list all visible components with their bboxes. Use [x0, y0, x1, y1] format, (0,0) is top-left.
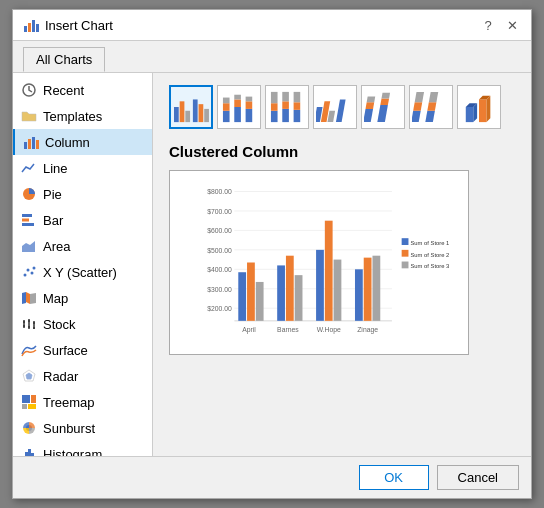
sidebar-item-histogram[interactable]: Histogram — [13, 441, 152, 456]
title-bar-left: Insert Chart — [23, 17, 113, 33]
svg-rect-88 — [380, 99, 389, 106]
svg-rect-32 — [28, 404, 36, 409]
svg-rect-63 — [223, 103, 230, 111]
svg-rect-122 — [295, 275, 303, 321]
svg-marker-13 — [22, 241, 35, 252]
sidebar-item-stock[interactable]: Stock — [13, 311, 152, 337]
chart-preview-svg: $800.00 $700.00 $600.00 $500.00 $400.00 … — [178, 179, 460, 346]
clock-icon — [21, 82, 37, 98]
svg-rect-137 — [402, 262, 409, 269]
sidebar-item-map[interactable]: Map — [13, 285, 152, 311]
svg-rect-58 — [185, 111, 190, 122]
help-button[interactable]: ? — [479, 16, 497, 34]
sunburst-chart-icon — [21, 420, 37, 436]
svg-rect-30 — [31, 395, 36, 403]
subtype-100pct-stacked-column[interactable] — [265, 85, 309, 129]
svg-text:$200.00: $200.00 — [207, 305, 232, 312]
svg-rect-29 — [22, 395, 30, 403]
svg-rect-128 — [372, 256, 380, 321]
svg-text:Sum of Store 2: Sum of Store 2 — [410, 252, 449, 258]
svg-text:$400.00: $400.00 — [207, 266, 232, 273]
tab-all-charts[interactable]: All Charts — [23, 47, 105, 72]
svg-rect-94 — [427, 102, 436, 111]
svg-rect-85 — [366, 102, 375, 109]
svg-rect-3 — [36, 24, 39, 32]
stock-chart-icon — [21, 316, 37, 332]
sidebar-item-bar[interactable]: Bar — [13, 207, 152, 233]
svg-rect-95 — [429, 92, 438, 102]
close-button[interactable]: ✕ — [503, 16, 521, 34]
svg-text:$700.00: $700.00 — [207, 208, 232, 215]
sidebar-item-xy-scatter[interactable]: X Y (Scatter) — [13, 259, 152, 285]
svg-rect-7 — [32, 137, 35, 149]
svg-rect-75 — [282, 101, 289, 109]
sidebar: Recent Templates Co — [13, 73, 153, 456]
svg-rect-10 — [22, 214, 32, 217]
svg-rect-8 — [36, 140, 39, 149]
sidebar-label-surface: Surface — [43, 343, 88, 358]
svg-rect-89 — [382, 93, 391, 99]
sidebar-item-pie[interactable]: Pie — [13, 181, 152, 207]
pie-chart-icon — [21, 186, 37, 202]
svg-rect-127 — [364, 258, 372, 321]
svg-marker-28 — [26, 373, 32, 379]
svg-text:$800.00: $800.00 — [207, 188, 232, 195]
subtype-3d-100pct-stacked[interactable] — [409, 85, 453, 129]
sidebar-item-area[interactable]: Area — [13, 233, 152, 259]
svg-rect-0 — [24, 26, 27, 32]
bar-chart-icon — [21, 212, 37, 228]
svg-rect-74 — [282, 109, 289, 122]
svg-rect-11 — [22, 219, 29, 222]
subtype-3d-column[interactable] — [457, 85, 501, 129]
sidebar-item-treemap[interactable]: Treemap — [13, 389, 152, 415]
sidebar-label-column: Column — [45, 135, 90, 150]
subtype-clustered-column[interactable] — [169, 85, 213, 129]
svg-rect-60 — [199, 104, 204, 122]
svg-text:$300.00: $300.00 — [207, 286, 232, 293]
chart-preview-title: Clustered Column — [169, 143, 515, 160]
svg-rect-124 — [325, 221, 333, 321]
insert-chart-dialog: Insert Chart ? ✕ All Charts Recent — [12, 9, 532, 499]
sidebar-item-line[interactable]: Line — [13, 155, 152, 181]
sidebar-label-map: Map — [43, 291, 68, 306]
sidebar-label-recent: Recent — [43, 83, 84, 98]
svg-rect-73 — [271, 92, 278, 103]
svg-rect-125 — [334, 260, 342, 321]
cancel-button[interactable]: Cancel — [437, 465, 519, 490]
svg-rect-83 — [336, 99, 346, 122]
svg-rect-5 — [24, 142, 27, 149]
svg-rect-1 — [28, 23, 31, 32]
scatter-chart-icon — [21, 264, 37, 280]
sidebar-item-column[interactable]: Column — [13, 129, 152, 155]
svg-rect-69 — [246, 101, 253, 109]
subtype-3d-clustered-column[interactable] — [313, 85, 357, 129]
svg-text:April: April — [242, 326, 256, 334]
chart-subtypes-row — [169, 85, 515, 129]
subtype-stacked-column[interactable] — [217, 85, 261, 129]
sidebar-item-radar[interactable]: Radar — [13, 363, 152, 389]
ok-button[interactable]: OK — [359, 465, 429, 490]
svg-rect-6 — [28, 139, 31, 149]
dialog-footer: OK Cancel — [13, 456, 531, 498]
subtype-3d-stacked-column[interactable] — [361, 85, 405, 129]
svg-rect-86 — [367, 97, 376, 103]
svg-rect-90 — [412, 111, 421, 122]
area-chart-icon — [21, 238, 37, 254]
sidebar-label-histogram: Histogram — [43, 447, 102, 457]
tab-bar: All Charts — [13, 41, 531, 73]
sidebar-item-surface[interactable]: Surface — [13, 337, 152, 363]
dialog-title: Insert Chart — [45, 18, 113, 33]
svg-text:Sum of Store 1: Sum of Store 1 — [410, 240, 449, 246]
svg-rect-119 — [256, 282, 264, 321]
sidebar-label-sunburst: Sunburst — [43, 421, 95, 436]
svg-rect-70 — [246, 97, 253, 102]
treemap-chart-icon — [21, 394, 37, 410]
sidebar-item-recent[interactable]: Recent — [13, 77, 152, 103]
dialog-icon — [23, 17, 39, 33]
svg-rect-120 — [277, 265, 285, 320]
svg-rect-96 — [466, 107, 474, 122]
svg-rect-117 — [238, 272, 246, 321]
svg-rect-87 — [377, 105, 388, 122]
sidebar-item-sunburst[interactable]: Sunburst — [13, 415, 152, 441]
sidebar-item-templates[interactable]: Templates — [13, 103, 152, 129]
